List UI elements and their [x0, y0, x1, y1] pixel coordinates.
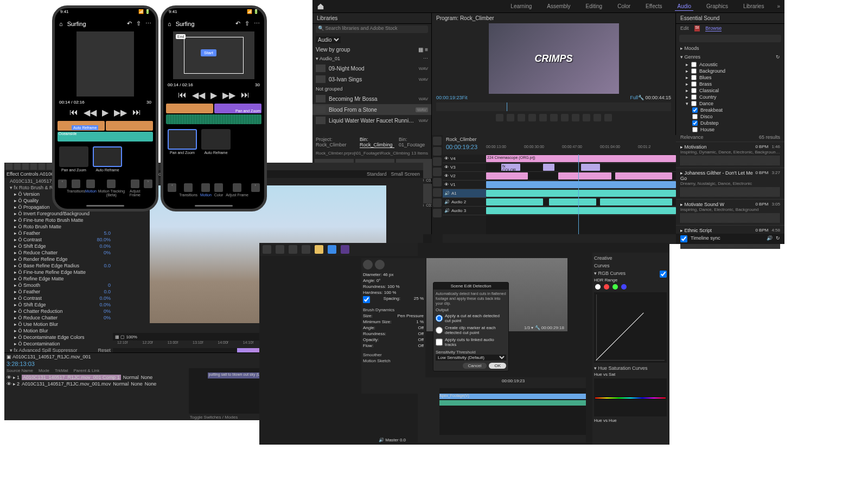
ec-prop[interactable]: ▸ Ö Fine-tune Refine Edge Matte [4, 269, 113, 275]
razor-tool-icon[interactable] [433, 168, 442, 176]
extract-icon[interactable] [583, 114, 590, 121]
vtrack-head[interactable]: 👁 V3 [443, 163, 486, 172]
timeline-ruler[interactable]: 00:00:13:0000:00:30:0000:00:47:0000:01:0… [486, 145, 676, 150]
step-fwd-icon[interactable] [550, 114, 558, 121]
ec-prop[interactable]: ▸ Ö Motion Blur [4, 328, 113, 334]
export-frame-icon[interactable] [593, 114, 601, 121]
ess-result[interactable]: 1:460 BPM▸ MotivationInspiring, Dynamic,… [676, 142, 784, 168]
zoom-level[interactable]: 100% [126, 335, 137, 339]
play-icon[interactable]: ▶ [102, 107, 108, 118]
ess-result[interactable]: 3:270 BPM▸ Johaness Gilther - Don't Let … [676, 168, 784, 199]
ws-learning[interactable]: Learning [508, 2, 534, 10]
undo-icon[interactable]: ↶ [127, 20, 132, 27]
nav-trans[interactable]: Transitions [179, 183, 197, 197]
mark-in-icon[interactable] [496, 114, 503, 121]
ae-tool-icon[interactable] [6, 163, 12, 170]
back-icon[interactable]: ⌂ [59, 21, 63, 27]
lift-icon[interactable] [572, 114, 579, 121]
ws-libraries[interactable]: Libraries [741, 2, 766, 10]
genre-chk[interactable]: ▾ Dance [676, 100, 784, 107]
vol-icon[interactable]: 🔊 [767, 235, 773, 242]
curve-green[interactable] [612, 284, 618, 290]
ess-relevance[interactable]: Relevance [680, 134, 704, 140]
genre-chk[interactable]: ▸ Background [676, 68, 784, 74]
thumb-panzoom[interactable]: Pan and Zoom [59, 146, 88, 172]
nav-fwd[interactable]: › [144, 179, 152, 197]
tl-clip[interactable]: fx COLOR [501, 164, 520, 171]
nav-back[interactable]: ‹ [168, 183, 176, 197]
refresh-icon[interactable]: ↻ [776, 54, 780, 60]
search-icon[interactable] [276, 245, 284, 254]
ws-assembly[interactable]: Assembly [545, 2, 572, 10]
ae-tool-icon[interactable] [14, 163, 21, 170]
bin-tab[interactable]: Bin: 01_Footage [399, 137, 428, 148]
lib-item[interactable]: Liquid Water Water Faucet Running In Pub… [312, 115, 431, 126]
step-back-icon[interactable] [528, 114, 536, 121]
playhead[interactable] [578, 155, 579, 234]
ec-prop[interactable]: ▸ Ö Smooth0 [4, 282, 113, 288]
program-fit[interactable]: Fit [462, 95, 468, 100]
ec-prop[interactable]: ▸ Ö Refine Edge Matte [4, 275, 113, 282]
thumb-autoref[interactable]: Auto Reframe [93, 146, 122, 172]
brush-angle[interactable]: Angle: 0° [363, 278, 424, 284]
ess-tab-browse[interactable]: Browse [705, 25, 722, 31]
lib-item[interactable]: Blood From a Stonewav [312, 104, 431, 115]
ess-tab-edit[interactable]: Edit [680, 25, 689, 31]
bin-tab[interactable]: Project: Rock_Climber [316, 137, 355, 148]
mark-out-icon[interactable] [507, 114, 514, 121]
timeline-lanes[interactable]: 224 Cinemascope (ORG.prj) fx COLOR [486, 155, 676, 234]
ripple-tool-icon[interactable] [433, 157, 442, 166]
list-view-icon[interactable]: ≡ [425, 47, 428, 53]
program-scrubber[interactable] [436, 102, 671, 111]
genre-chk[interactable]: ▸ Country [676, 94, 784, 100]
more-icon[interactable]: ⋯ [254, 20, 260, 27]
nav-trans[interactable]: Transitions [67, 179, 85, 197]
sect-genres[interactable]: ▾ Genres ↻ [676, 53, 784, 61]
phone-timeline[interactable]: Pan and Zoom [165, 103, 262, 125]
ec-prop[interactable]: ▸ Ö Decontaminate Edge Colors [4, 334, 113, 341]
lib-item[interactable]: 09-Night Moodwav [312, 63, 431, 74]
play-icon[interactable] [539, 114, 547, 121]
program-full[interactable]: Full [630, 95, 638, 100]
vtrack-head[interactable]: 👁 V1 [443, 181, 486, 189]
ec-prop[interactable]: ▸ Ö Use Motion Blur [4, 321, 113, 328]
mail-icon[interactable] [328, 245, 336, 254]
prev-icon[interactable]: ⏮ [178, 90, 187, 100]
atrack-head[interactable]: 🔊 Audio 2 [443, 198, 486, 207]
more-icon[interactable]: ⋯ [145, 20, 151, 27]
ws-graphics[interactable]: Graphics [704, 2, 730, 10]
rgb-curve[interactable] [594, 292, 667, 363]
cancel-button[interactable]: Cancel [463, 363, 487, 369]
ws-effects[interactable]: Effects [643, 2, 664, 10]
ws-color[interactable]: Color [615, 2, 633, 10]
genre-chk[interactable]: ▸ Classical [676, 87, 784, 94]
ess-search[interactable] [679, 35, 781, 42]
tl-clip[interactable] [486, 207, 676, 214]
taskview-icon[interactable] [302, 245, 310, 254]
ec-prop[interactable]: ▸ Ö Shift Edge0.0% [4, 301, 113, 308]
type-tool-icon[interactable] [433, 209, 442, 217]
next-icon[interactable]: ⏭ [132, 107, 141, 118]
vtrack-head[interactable]: 👁 V4 [443, 155, 486, 163]
prev-frame-icon[interactable] [518, 114, 525, 121]
grid-view-icon[interactable]: ▦ [418, 47, 423, 53]
nav-motion[interactable]: Motion [85, 179, 97, 197]
ec-prop[interactable]: ▸ Ö Chatter Reduction0% [4, 308, 113, 314]
sect-moods[interactable]: ▸ Moods [676, 44, 784, 53]
ws-overflow-icon[interactable]: » [777, 3, 780, 9]
curve-blue[interactable] [621, 284, 627, 290]
ec-prop[interactable]: ▸ Ö Contrast0.0% [4, 295, 113, 301]
ae-tool-icon[interactable] [22, 163, 29, 170]
tl-clip[interactable] [486, 181, 676, 188]
ess-result[interactable]: 3:050 BPM▸ Motivate Sound WInspiring, Da… [676, 199, 784, 225]
rgb-chk[interactable] [660, 271, 667, 278]
bin-tab[interactable]: Bin: Rock_Climbing [360, 137, 394, 148]
next-frame-icon[interactable] [561, 114, 569, 121]
ec-prop[interactable]: ▸ Ö Reduce Chatter0% [4, 314, 113, 321]
curve-white[interactable] [595, 284, 601, 290]
atrack-head[interactable]: 🔊 A1 [443, 189, 486, 198]
fwd-icon[interactable]: ▶▶ [222, 90, 235, 100]
libraries-search[interactable]: 🔍 Search libraries and Adobe Stock [316, 25, 428, 33]
nav-tracking[interactable]: Motion Tracking (Beta) [97, 179, 126, 197]
compare-icon[interactable] [604, 114, 612, 121]
